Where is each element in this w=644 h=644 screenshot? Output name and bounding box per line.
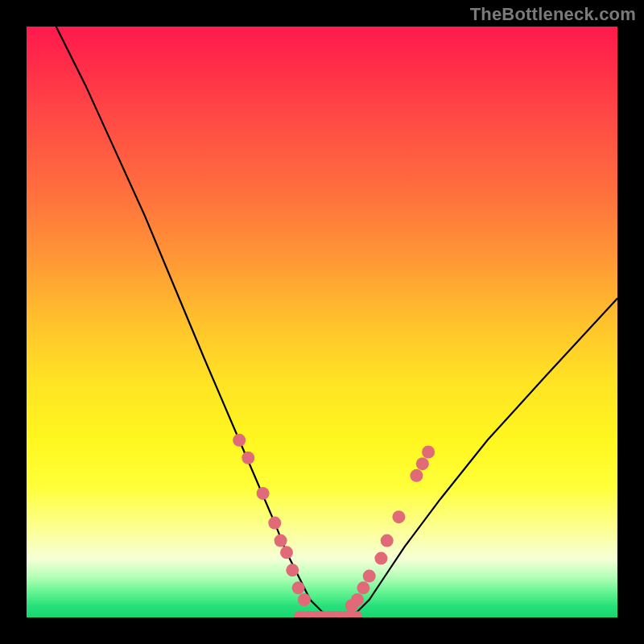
curve-dot xyxy=(392,510,405,523)
curve-dot xyxy=(292,581,305,594)
curve-dot xyxy=(410,469,423,482)
curve-dot xyxy=(381,535,394,547)
curve-dot xyxy=(416,457,429,470)
curve-dot xyxy=(363,570,376,583)
curve-dot xyxy=(242,452,254,464)
curve-dot xyxy=(257,487,270,500)
bottleneck-curve xyxy=(56,27,617,617)
curve-dot xyxy=(351,593,364,606)
watermark-text: TheBottleneck.com xyxy=(470,4,636,25)
curve-dot xyxy=(233,434,246,447)
curve-dot xyxy=(268,517,281,530)
curve-dot xyxy=(374,552,387,565)
curve-dot xyxy=(275,535,287,547)
curve-dots-right xyxy=(345,446,435,613)
curve-dot xyxy=(422,446,435,459)
curve-dot xyxy=(280,546,293,559)
curve-dot xyxy=(286,564,299,576)
chart-stage: TheBottleneck.com xyxy=(0,0,644,644)
curve-dots-left xyxy=(233,434,311,606)
curve-dot xyxy=(357,581,369,594)
chart-svg xyxy=(27,27,617,617)
plot-area xyxy=(27,27,617,617)
curve-dot xyxy=(298,593,311,606)
